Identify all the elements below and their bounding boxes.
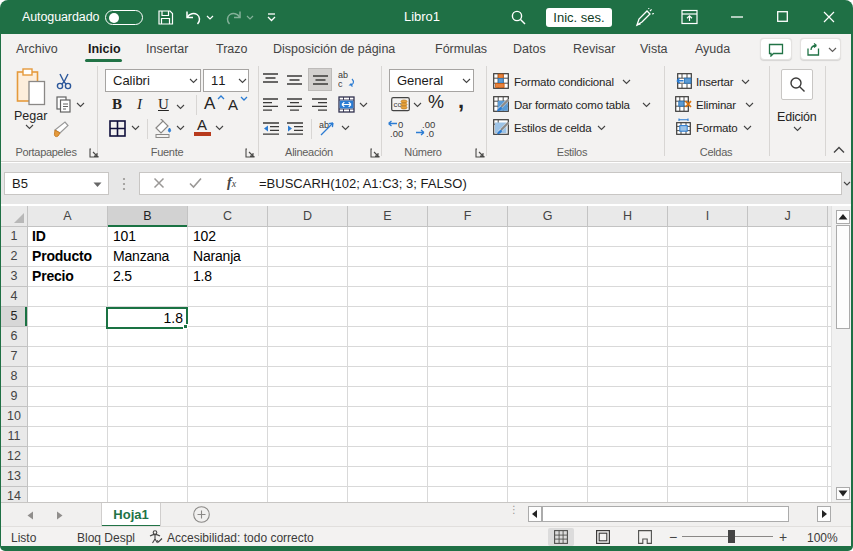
svg-text:.00: .00 — [390, 128, 403, 138]
svg-text:.0: .0 — [426, 128, 434, 138]
svg-text:c: c — [338, 79, 343, 89]
